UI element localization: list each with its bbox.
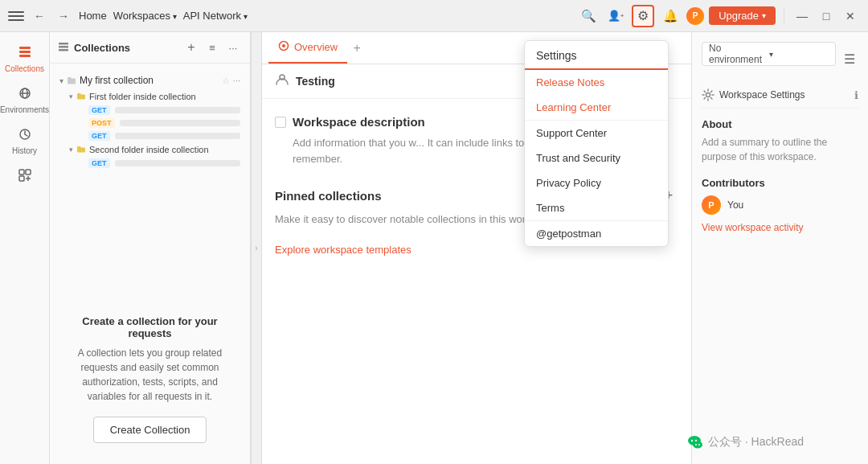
collections-icon [18, 45, 32, 63]
panel-resize-handle[interactable]: › [251, 32, 262, 464]
collection-star-icon[interactable]: ☆ [222, 76, 230, 86]
upgrade-button[interactable]: Upgrade ▾ [709, 6, 776, 25]
workspaces-nav[interactable]: Workspaces [113, 10, 177, 22]
titlebar-right: 🔍 👤+ ⚙ 🔔 P Upgrade ▾ — □ ✕ [577, 5, 860, 27]
request-1[interactable]: GET [85, 104, 244, 117]
sidebar-item-collections[interactable]: Collections [2, 40, 47, 78]
method-get-badge-1: GET [88, 105, 110, 115]
sidebar: Collections Environments [0, 32, 50, 464]
workspace-desc-title: Workspace description [293, 115, 425, 129]
method-post-badge: POST [88, 118, 115, 128]
panel-more-button[interactable]: ··· [224, 39, 242, 56]
right-panel: No environment ▾ ☰ Workspace Settings ℹ … [691, 32, 868, 464]
notifications-button[interactable]: 🔔 [659, 5, 682, 27]
settings-dropdown: Settings Release Notes Learning Center S… [524, 40, 669, 247]
sidebar-item-more[interactable] [2, 163, 47, 191]
request-4[interactable]: GET [85, 157, 244, 170]
collections-panel-icon [58, 42, 69, 53]
filter-button[interactable]: ≡ [203, 39, 221, 56]
titlebar-left: ← → Home Workspaces API Network [8, 7, 577, 25]
avatar-letter: P [708, 200, 714, 210]
home-nav[interactable]: Home [79, 10, 107, 22]
workspace-settings-icon [702, 88, 714, 101]
sidebar-item-history[interactable]: History [2, 122, 47, 160]
env-settings-button[interactable]: ☰ [841, 50, 858, 68]
contributor-name: You [727, 199, 743, 211]
collection-folder-icon [67, 76, 76, 85]
add-collaborator-button[interactable]: 👤+ [604, 5, 627, 27]
add-collection-button[interactable]: + [182, 39, 200, 56]
dropdown-terms[interactable]: Terms [525, 195, 668, 220]
forward-button[interactable]: → [55, 7, 72, 25]
about-title: About [702, 118, 858, 130]
overview-tab-icon [278, 40, 289, 54]
maximize-button[interactable]: □ [817, 6, 836, 26]
dropdown-privacy-policy[interactable]: Privacy Policy [525, 170, 668, 195]
dropdown-support-center[interactable]: Support Center [525, 121, 668, 146]
dropdown-release-notes[interactable]: Release Notes [525, 70, 668, 95]
minimize-button[interactable]: — [792, 6, 812, 26]
request-name-3 [115, 133, 240, 139]
panel-title: Collections [74, 42, 130, 54]
svg-rect-1 [19, 51, 31, 53]
svg-point-18 [706, 93, 710, 97]
dropdown-header: Settings [525, 41, 668, 70]
request-name-2 [120, 120, 240, 126]
dropdown-trust-security[interactable]: Trust and Security [525, 146, 668, 170]
create-collection-button[interactable]: Create Collection [93, 417, 207, 443]
close-button[interactable]: ✕ [841, 6, 860, 26]
hamburger-menu-icon[interactable] [8, 8, 24, 24]
request-2[interactable]: POST [85, 117, 244, 129]
view-activity-link[interactable]: View workspace activity [702, 222, 804, 233]
collection-more-icon[interactable]: ··· [233, 76, 240, 85]
workspace-desc-checkbox[interactable] [275, 117, 286, 128]
collection-tree: ▾ My first collection ☆ ··· ▾ [56, 72, 244, 299]
folder-2: ▾ Second folder inside collection GET [66, 142, 244, 170]
titlebar-separator [784, 8, 784, 24]
history-label: History [12, 146, 37, 155]
env-label: No environment [709, 43, 769, 65]
search-button[interactable]: 🔍 [577, 5, 600, 27]
back-button[interactable]: ← [31, 7, 48, 25]
collections-label: Collections [5, 64, 44, 73]
workspace-settings-info-icon[interactable]: ℹ [854, 89, 858, 101]
svg-rect-0 [19, 47, 31, 49]
contributors-section: Contributors P You View workspace activi… [702, 177, 858, 233]
left-panel-content: ▾ My first collection ☆ ··· ▾ [50, 64, 250, 464]
dropdown-header-label: Settings [536, 49, 577, 62]
upgrade-arrow: ▾ [762, 11, 766, 20]
create-desc: A collection lets you group related requ… [64, 346, 235, 404]
folder-2-header[interactable]: ▾ Second folder inside collection [66, 142, 244, 157]
env-selector[interactable]: No environment ▾ [702, 42, 836, 66]
postman-logo: P [686, 7, 704, 25]
contributor-avatar: P [702, 195, 721, 215]
create-collection-section: Create a collection for your requests A … [56, 307, 244, 456]
settings-button[interactable]: ⚙ [632, 5, 654, 27]
collection-header[interactable]: ▾ My first collection ☆ ··· [56, 72, 244, 89]
chevron-right-icon: › [255, 244, 257, 253]
explore-link[interactable]: Explore workspace templates [275, 244, 411, 256]
left-panel: Collections + ≡ ··· ▾ My first c [50, 32, 251, 464]
environments-icon [18, 86, 32, 104]
dropdown-learning-center[interactable]: Learning Center [525, 95, 668, 120]
collection-name: My first collection [80, 75, 219, 86]
api-network-nav[interactable]: API Network [183, 10, 248, 22]
workspace-title: Testing [296, 75, 335, 88]
svg-point-16 [282, 44, 285, 47]
request-3[interactable]: GET [85, 129, 244, 142]
contributors-title: Contributors [702, 177, 858, 189]
history-icon [18, 127, 32, 145]
add-tab-button[interactable]: + [347, 39, 366, 58]
pinned-title: Pinned collections [275, 189, 382, 203]
folder-1-header[interactable]: ▾ First folder inside collection [66, 89, 244, 104]
left-panel-header: Collections + ≡ ··· [50, 32, 250, 64]
folder-1-name: First folder inside collection [89, 92, 240, 101]
contributor-item: P You [702, 195, 858, 215]
dropdown-getpostman[interactable]: @getpostman [525, 221, 668, 246]
workspace-settings-label[interactable]: Workspace Settings [719, 89, 854, 101]
sidebar-item-environments[interactable]: Environments [2, 81, 47, 119]
about-section: About Add a summary to outline the purpo… [702, 118, 858, 164]
workspace-header-icon [275, 72, 289, 90]
tab-overview[interactable]: Overview [268, 32, 347, 64]
more-icon [18, 168, 32, 186]
